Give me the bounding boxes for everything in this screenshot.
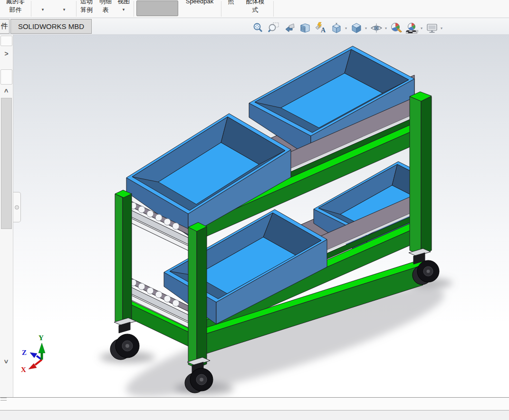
view-annotations-icon[interactable]: A: [315, 22, 327, 34]
feature-panel-strip: > > >: [0, 35, 13, 397]
rear-right-leg[interactable]: [409, 92, 439, 285]
button-label: 视图: [115, 0, 132, 6]
toolbar-separator: [221, 1, 221, 17]
toolbar-separator: [273, 1, 274, 17]
bom-table-button[interactable]: 明细 表: [96, 0, 115, 18]
button-label: 式: [240, 6, 271, 14]
panel-top-box: [0, 36, 12, 46]
y-axis-arrow: [38, 343, 45, 353]
button-label: 表: [96, 6, 115, 14]
x-axis-label: X: [21, 366, 26, 373]
apply-scene-dropdown[interactable]: ▾: [421, 26, 423, 30]
edit-appearance-icon[interactable]: [390, 22, 403, 34]
speedpak-button[interactable]: Speedpak: [181, 0, 219, 18]
view-orientation-dropdown[interactable]: ▾: [345, 26, 347, 30]
button-label: 配体模: [240, 0, 271, 6]
heads-up-view-toolbar: A ▾ ▾ ▾: [252, 21, 442, 35]
scroll-down-button[interactable]: >: [0, 358, 13, 365]
toolbar-dropdown-a[interactable]: ▾: [32, 0, 53, 18]
chevron-down-icon[interactable]: ▾: [32, 6, 53, 13]
y-axis-label: Y: [38, 334, 44, 342]
tab-label: SOLIDWORKS MBD: [18, 22, 84, 30]
button-label: 部件: [1, 6, 30, 14]
chevron-down-icon[interactable]: ▾: [54, 6, 75, 13]
view-orientation-icon[interactable]: [330, 22, 343, 34]
panel-splitter-handle[interactable]: [13, 192, 21, 222]
solidworks-window: 藏的零 部件 ▾ ▾ 运动 算例 明细 表 视图 ▾ Speedpak: [0, 0, 509, 420]
section-view-icon[interactable]: [299, 22, 311, 34]
hide-show-items-dropdown[interactable]: ▾: [385, 26, 387, 30]
z-axis-label: Z: [22, 349, 27, 356]
button-label: 照: [223, 0, 239, 6]
viewport-bottom-strip: [0, 397, 509, 410]
scroll-up-button[interactable]: >: [0, 87, 13, 95]
scrollbar-thumb[interactable]: [1, 98, 12, 229]
button-label: Speedpak: [181, 0, 219, 6]
toolbar-dropdown-b[interactable]: ▾: [54, 0, 75, 18]
toolbar-separator: [76, 1, 77, 17]
motion-study-button[interactable]: 运动 算例: [77, 0, 96, 18]
graphics-viewport[interactable]: Y Z X: [13, 35, 509, 397]
snapshot-button[interactable]: 照: [223, 0, 239, 18]
hide-show-items-icon[interactable]: [370, 22, 383, 34]
model-canvas[interactable]: Y Z X: [13, 35, 509, 397]
view-settings-icon[interactable]: [426, 22, 438, 34]
view-settings-dropdown[interactable]: ▾: [441, 26, 442, 30]
large-assembly-mode-button[interactable]: 配体模 式: [240, 0, 271, 18]
z-axis-arrow: [30, 353, 37, 358]
tab-solidworks-mbd[interactable]: SOLIDWORKS MBD: [10, 19, 92, 34]
previous-view-icon[interactable]: [283, 22, 296, 34]
display-style-icon[interactable]: [350, 22, 363, 34]
orientation-triad[interactable]: Y Z X: [21, 334, 45, 373]
show-hidden-components-button[interactable]: 藏的零 部件: [1, 0, 30, 18]
button-label: 明细: [96, 0, 115, 6]
tab-label: 件: [1, 22, 8, 31]
zoom-to-fit-icon[interactable]: [252, 22, 264, 34]
toolbar-separator: [31, 1, 31, 17]
svg-text:A: A: [321, 27, 326, 34]
splitter-dot-icon: [15, 205, 19, 210]
panel-box: [0, 69, 12, 85]
toolbar-blank-button[interactable]: [136, 0, 178, 16]
command-toolbar: 藏的零 部件 ▾ ▾ 运动 算例 明细 表 视图 ▾ Speedpak: [0, 0, 509, 18]
button-label: 藏的零: [1, 0, 30, 6]
chevron-down-icon[interactable]: ▾: [115, 6, 132, 13]
toolbar-separator: [134, 1, 134, 17]
button-label: 算例: [77, 6, 96, 14]
display-style-dropdown[interactable]: ▾: [365, 26, 367, 30]
button-label: 运动: [77, 0, 96, 6]
apply-scene-icon[interactable]: [406, 22, 418, 34]
expand-panel-button[interactable]: >: [0, 50, 13, 57]
view-dropdown-button[interactable]: 视图 ▾: [115, 0, 132, 18]
tab-addins-partial[interactable]: 件: [0, 19, 10, 34]
status-bar: [0, 410, 509, 420]
zoom-to-area-icon[interactable]: [268, 22, 280, 34]
